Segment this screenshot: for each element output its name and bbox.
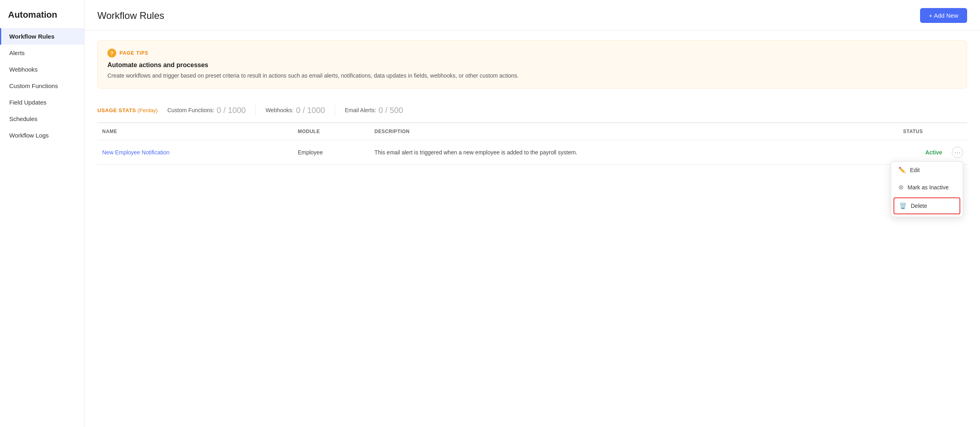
col-header-description: DESCRIPTION [370, 123, 839, 140]
mark-inactive-icon: ⊗ [898, 183, 904, 191]
usage-stat-value-wh: 0 / 1000 [296, 106, 325, 115]
sidebar-item-label: Workflow Rules [9, 33, 54, 40]
sidebar-item-label: Schedules [9, 115, 37, 122]
usage-stats-label: USAGE STATS [97, 107, 136, 113]
page-tips-heading: Automate actions and processes [107, 62, 957, 69]
usage-divider-1 [255, 105, 256, 116]
table-row: New Employee Notification Employee This … [97, 140, 967, 165]
usage-stat-webhooks: Webhooks: 0 / 1000 [266, 106, 325, 115]
dropdown-menu: ✏️ Edit ⊗ Mark as Inactive 🗑️ Delete [891, 161, 963, 217]
page-title: Workflow Rules [97, 10, 164, 21]
dropdown-item-delete[interactable]: 🗑️ Delete [894, 197, 960, 214]
app-title: Automation [0, 10, 84, 28]
sidebar-item-label: Field Updates [9, 99, 47, 106]
main-header: Workflow Rules + Add New [84, 0, 980, 31]
more-actions-button[interactable]: ⋯ [952, 147, 963, 158]
sidebar-item-label: Workflow Logs [9, 132, 49, 139]
usage-stats-perday: (Perday) [138, 107, 158, 113]
usage-stat-name-ea: Email Alerts: [345, 107, 376, 113]
sidebar-item-webhooks[interactable]: Webhooks [0, 61, 84, 78]
sidebar-item-custom-functions[interactable]: Custom Functions [0, 78, 84, 94]
dropdown-item-mark-inactive-label: Mark as Inactive [908, 184, 949, 191]
usage-divider-2 [335, 105, 335, 116]
dropdown-item-delete-label: Delete [911, 203, 927, 209]
sidebar: Automation Workflow Rules Alerts Webhook… [0, 0, 84, 427]
sidebar-item-label: Custom Functions [9, 82, 58, 89]
sidebar-item-schedules[interactable]: Schedules [0, 111, 84, 127]
workflow-rules-table: NAME MODULE DESCRIPTION STATUS New Emplo… [97, 123, 967, 165]
main-panel: Workflow Rules + Add New ? PAGE TIPS Aut… [84, 0, 980, 427]
page-tips-header: ? PAGE TIPS [107, 49, 957, 57]
usage-stat-name-cf: Custom Functions: [167, 107, 214, 113]
page-tips-body: Create workflows and trigger based on pr… [107, 71, 957, 80]
delete-icon: 🗑️ [899, 202, 907, 209]
row-actions: ⋯ ✏️ Edit ⊗ Mark as Inactive [947, 140, 967, 165]
sidebar-item-label: Webhooks [9, 66, 38, 73]
usage-stat-email-alerts: Email Alerts: 0 / 500 [345, 106, 403, 115]
usage-stat-value-ea: 0 / 500 [379, 106, 403, 115]
usage-stat-name-wh: Webhooks: [266, 107, 294, 113]
col-header-module: MODULE [293, 123, 370, 140]
page-tips-banner: ? PAGE TIPS Automate actions and process… [97, 40, 967, 88]
row-module: Employee [293, 140, 370, 165]
page-tips-badge: PAGE TIPS [119, 50, 148, 56]
page-tips-icon: ? [107, 49, 116, 57]
col-header-status: STATUS [839, 123, 947, 140]
row-description: This email alert is triggered when a new… [370, 140, 839, 165]
dropdown-item-mark-inactive[interactable]: ⊗ Mark as Inactive [891, 179, 963, 196]
add-new-button[interactable]: + Add New [920, 8, 967, 23]
table-header-row: NAME MODULE DESCRIPTION STATUS [97, 123, 967, 140]
row-name[interactable]: New Employee Notification [97, 140, 293, 165]
dropdown-item-edit[interactable]: ✏️ Edit [891, 162, 963, 179]
usage-stat-value-cf: 0 / 1000 [217, 106, 246, 115]
usage-stats: USAGE STATS (Perday) Custom Functions: 0… [97, 98, 967, 123]
col-header-name: NAME [97, 123, 293, 140]
edit-icon: ✏️ [898, 166, 906, 174]
sidebar-item-alerts[interactable]: Alerts [0, 45, 84, 61]
sidebar-item-workflow-rules[interactable]: Workflow Rules [0, 28, 84, 45]
dropdown-item-edit-label: Edit [910, 167, 920, 173]
sidebar-item-field-updates[interactable]: Field Updates [0, 94, 84, 111]
sidebar-item-label: Alerts [9, 49, 25, 56]
usage-stat-custom-functions: Custom Functions: 0 / 1000 [167, 106, 246, 115]
sidebar-item-workflow-logs[interactable]: Workflow Logs [0, 127, 84, 144]
main-content: ? PAGE TIPS Automate actions and process… [84, 31, 980, 174]
